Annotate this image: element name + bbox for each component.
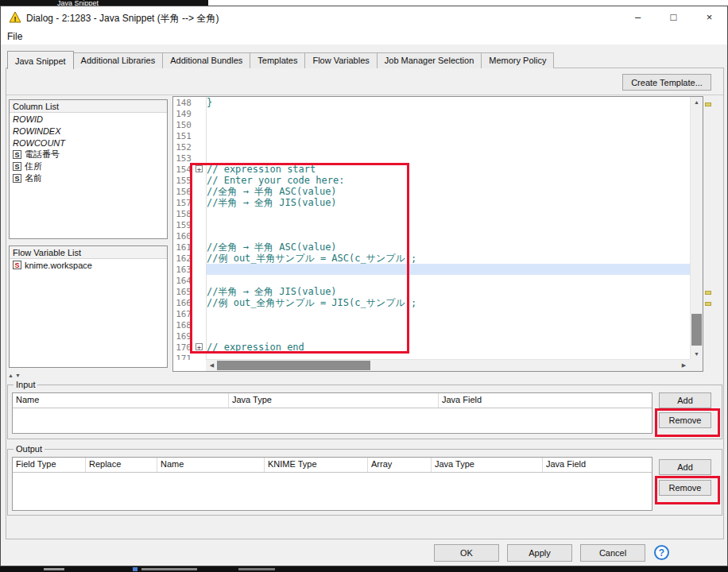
vertical-scrollbar[interactable]: ▲ ▼ [690,97,703,360]
taskbar-fragment [238,568,275,570]
create-template-button[interactable]: Create Template... [622,74,711,91]
line-number: 152 [173,142,192,153]
string-column-icon: S [13,150,21,159]
line-number: 159 [173,220,192,230]
code-line [207,308,690,319]
help-icon[interactable]: ? [654,545,669,560]
close-button[interactable]: × [691,6,727,29]
line-number: 170 [173,342,192,353]
fold-marker-icon[interactable]: + [196,165,203,172]
flow-variable-item[interactable]: Sknime.workspace [10,259,167,271]
gutter-row: 162 [173,253,206,264]
tab-java-snippet[interactable]: Java Snippet [7,51,74,69]
input-add-button[interactable]: Add [659,392,711,408]
column-list-item[interactable]: ROWCOUNT [10,137,167,149]
code-text: //半角 → 全角 JIS(value) [207,197,337,208]
column-header-replace: Replace [86,458,157,472]
ok-button[interactable]: OK [434,544,499,562]
gutter-row: 163 [173,264,206,275]
string-column-icon: S [13,162,21,171]
background-window-title: Java Snippet [57,0,99,6]
maximize-button[interactable]: □ [656,6,691,29]
scroll-left-icon[interactable]: ◀ [206,360,218,371]
code-line [207,319,690,330]
dialog-window: ! Dialog - 2:1283 - Java Snippet (半角 -->… [0,6,728,566]
line-number: 169 [173,331,192,342]
tab-bar: Java SnippetAdditional LibrariesAddition… [7,52,554,68]
gutter-row: 160 [173,230,206,242]
line-number: 153 [173,153,192,164]
output-table-header: Field TypeReplaceNameKNIME TypeArrayJava… [13,458,652,473]
overview-marker [705,302,711,306]
line-number: 161 [173,242,192,253]
input-table[interactable]: NameJava TypeJava Field [12,392,652,434]
splitter-collapse-icons[interactable]: ▲▼ [8,373,22,378]
window-controls: – □ × [620,6,727,29]
code-line: // expression end [207,342,690,353]
scroll-down-icon[interactable]: ▼ [691,349,703,360]
menu-file[interactable]: File [1,29,29,44]
line-number: 150 [173,120,192,130]
line-number: 157 [173,198,192,208]
code-text: //全角 → 半角 ASC(value) [207,186,337,197]
output-add-button[interactable]: Add [659,459,711,475]
horizontal-scrollbar[interactable]: ◀ ▶ [206,359,690,371]
code-line: //半角 → 全角 JIS(value) [207,286,690,297]
dialog-title: Dialog - 2:1283 - Java Snippet (半角 --> 全… [26,12,219,25]
column-label: 名前 [25,172,42,184]
output-remove-button[interactable]: Remove [659,480,711,496]
tab-flow-variables[interactable]: Flow Variables [304,52,377,68]
tab-job-manager-selection[interactable]: Job Manager Selection [377,52,482,68]
code-line [207,119,690,130]
fold-marker-icon[interactable]: + [196,343,203,350]
code-line [207,230,690,242]
editor-code-area[interactable]: }// expression start// Enter your code h… [207,97,690,360]
line-number: 167 [173,309,192,319]
code-line: //半角 → 全角 JIS(value) [207,197,690,208]
code-text: // expression start [207,164,316,175]
tab-templates[interactable]: Templates [250,52,305,68]
code-editor[interactable]: 148149150151152153154+155156157158159160… [172,96,703,372]
column-header-knime-type: KNIME Type [265,458,368,472]
line-number: 162 [173,253,192,264]
line-number: 158 [173,209,192,219]
horizontal-scroll-thumb[interactable] [217,361,370,370]
title-bar: ! Dialog - 2:1283 - Java Snippet (半角 -->… [1,6,727,29]
column-list-item[interactable]: S住所 [10,160,167,172]
gutter-row: 166 [173,297,206,308]
menu-bar: File [1,29,727,44]
vertical-scroll-thumb[interactable] [691,314,702,346]
line-number: 163 [173,265,192,275]
column-label: 住所 [25,160,42,172]
cancel-button[interactable]: Cancel [580,544,645,562]
line-number: 156 [173,187,192,197]
apply-button[interactable]: Apply [507,544,572,562]
output-table[interactable]: Field TypeReplaceNameKNIME TypeArrayJava… [12,457,652,511]
column-header-name: Name [13,393,229,408]
gutter-row: 151 [173,130,206,141]
gutter-row: 149 [173,108,206,119]
minimize-button[interactable]: – [620,6,656,29]
tab-additional-bundles[interactable]: Additional Bundles [162,52,250,68]
column-list-item[interactable]: S名前 [10,172,167,184]
scroll-right-icon[interactable]: ▶ [678,360,690,371]
code-text: //半角 → 全角 JIS(value) [207,286,337,297]
gutter-row: 157 [173,197,206,208]
input-remove-button[interactable]: Remove [659,412,711,428]
column-list-item[interactable]: ROWINDEX [10,125,167,137]
column-label: ROWCOUNT [13,138,65,148]
line-number: 155 [173,176,192,186]
column-list-item[interactable]: S電話番号 [10,149,167,160]
code-line [207,141,690,153]
column-list-title: Column List [10,100,167,113]
scroll-up-icon[interactable]: ▲ [691,97,703,108]
tab-memory-policy[interactable]: Memory Policy [481,52,554,68]
tab-additional-libraries[interactable]: Additional Libraries [73,52,164,68]
code-text: //全角 → 半角 ASC(value) [207,242,337,253]
gutter-row: 170+ [173,342,206,353]
toolbar-separator [6,95,723,95]
column-list-item[interactable]: ROWID [10,113,167,125]
column-header-java-field: Java Field [439,393,652,408]
column-label: 電話番号 [25,149,60,160]
column-header-field-type: Field Type [13,458,86,472]
